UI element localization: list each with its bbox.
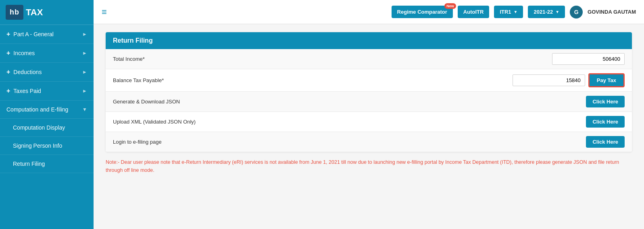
- chevron-right-icon: ►: [82, 31, 87, 37]
- login-efiling-row: Login to e-filing page Click Here: [106, 132, 632, 152]
- hamburger-menu-icon[interactable]: ≡: [102, 7, 107, 17]
- plus-icon: +: [6, 50, 10, 57]
- chevron-right-icon: ►: [82, 50, 87, 56]
- user-name: GOVINDA GAUTAM: [588, 9, 636, 15]
- balance-tax-label: Balance Tax Payable*: [113, 77, 513, 83]
- chevron-down-icon: ▼: [555, 10, 559, 14]
- sidebar-item-label: Taxes Paid: [13, 88, 41, 94]
- pay-tax-button[interactable]: Pay Tax: [588, 73, 625, 87]
- year-dropdown-button[interactable]: 2021-22 ▼: [528, 6, 565, 18]
- login-efiling-label: Login to e-filing page: [113, 139, 586, 145]
- chevron-right-icon: ►: [82, 69, 87, 75]
- topnav: ≡ New Regime Comparator AutoITR ITR1 ▼ 2…: [94, 0, 644, 24]
- sidebar-item-label: Deductions: [13, 69, 42, 75]
- logo-area: hb TAX: [0, 0, 94, 25]
- upload-xml-button[interactable]: Click Here: [586, 116, 625, 128]
- generate-json-label: Generate & Download JSON: [113, 99, 586, 105]
- sidebar: hb TAX + Part A - General ► + Incomes ► …: [0, 0, 94, 229]
- main-area: ≡ New Regime Comparator AutoITR ITR1 ▼ 2…: [94, 0, 644, 229]
- total-income-input[interactable]: [552, 53, 625, 65]
- plus-icon: +: [6, 87, 10, 95]
- sidebar-item-signing-person-info[interactable]: Signing Person Info: [0, 137, 94, 155]
- year-label: 2021-22: [534, 9, 553, 15]
- new-badge: New: [444, 3, 456, 9]
- balance-tax-input-group: Pay Tax: [513, 73, 625, 87]
- generate-json-button[interactable]: Click Here: [586, 96, 625, 107]
- card-header: Return Filing: [106, 32, 632, 49]
- balance-tax-row: Balance Tax Payable* Pay Tax: [106, 69, 632, 92]
- sidebar-item-label: Computation and E-filing: [6, 106, 68, 113]
- plus-icon: +: [6, 31, 10, 38]
- balance-tax-input[interactable]: [513, 74, 585, 86]
- generate-json-row: Generate & Download JSON Click Here: [106, 92, 632, 112]
- chevron-right-icon: ►: [82, 88, 87, 94]
- upload-xml-label: Upload XML (Validated JSON Only): [113, 119, 586, 125]
- autoitr-button[interactable]: AutoITR: [458, 6, 490, 18]
- total-income-label: Total Income*: [113, 56, 552, 62]
- regime-comparator-button[interactable]: New Regime Comparator: [392, 6, 453, 18]
- chevron-down-icon: ▼: [82, 107, 87, 112]
- login-efiling-button[interactable]: Click Here: [586, 136, 625, 148]
- itr1-label: ITR1: [500, 9, 511, 15]
- sidebar-item-incomes[interactable]: + Incomes ►: [0, 44, 94, 63]
- sidebar-item-part-a-general[interactable]: + Part A - General ►: [0, 25, 94, 44]
- sidebar-item-deductions[interactable]: + Deductions ►: [0, 63, 94, 82]
- sidebar-item-computation-efiling[interactable]: Computation and E-filing ▼: [0, 101, 94, 119]
- sidebar-item-return-filing[interactable]: Return Filing: [0, 155, 94, 173]
- return-filing-card: Return Filing Total Income* Balance Tax …: [106, 32, 632, 152]
- chevron-down-icon: ▼: [514, 10, 518, 14]
- sidebar-item-label: Incomes: [13, 50, 35, 56]
- sidebar-item-computation-display[interactable]: Computation Display: [0, 119, 94, 137]
- upload-xml-row: Upload XML (Validated JSON Only) Click H…: [106, 112, 632, 132]
- user-avatar: G: [570, 6, 583, 19]
- sidebar-item-taxes-paid[interactable]: + Taxes Paid ►: [0, 82, 94, 101]
- total-income-row: Total Income*: [106, 49, 632, 69]
- content-area: Return Filing Total Income* Balance Tax …: [94, 24, 644, 229]
- plus-icon: +: [6, 68, 10, 76]
- sidebar-item-label: Part A - General: [13, 31, 54, 37]
- note-text: Note:- Dear user please note that e-Retu…: [106, 158, 632, 174]
- logo-tax: TAX: [26, 7, 43, 18]
- itr1-dropdown-button[interactable]: ITR1 ▼: [494, 6, 523, 18]
- logo-hb: hb: [6, 5, 23, 20]
